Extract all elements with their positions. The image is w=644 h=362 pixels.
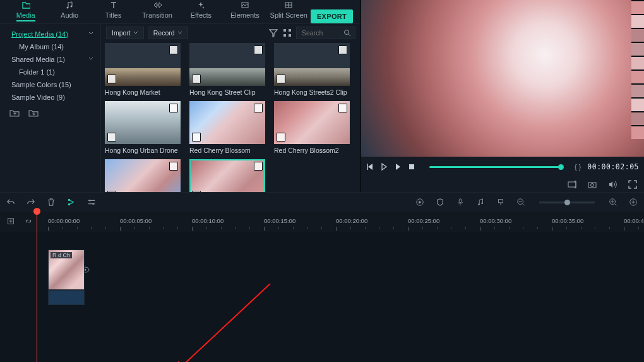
media-card[interactable]: Red Cherry Blossom3 [105, 159, 181, 192]
expand-icon[interactable] [254, 162, 263, 171]
media-card[interactable]: Hong Kong Market [105, 43, 181, 96]
play-outline-button[interactable] [380, 163, 388, 171]
timeline-tracks: ⊞ 1 R d Ch [0, 232, 644, 362]
ruler-tick: 00:00:15:00 [264, 217, 295, 224]
play-button[interactable] [394, 163, 402, 171]
zoom-fit-button[interactable] [629, 198, 638, 207]
media-thumbnail[interactable] [274, 101, 350, 144]
mic-icon[interactable] [456, 198, 465, 207]
import-folder-icon[interactable] [28, 109, 39, 118]
svg-point-14 [68, 199, 71, 202]
search-field[interactable] [301, 28, 343, 37]
media-thumbnail[interactable] [105, 101, 181, 144]
preview-viewport[interactable] [361, 0, 644, 157]
tab-elements[interactable]: Elements [223, 1, 266, 23]
split-screen-icon [284, 1, 293, 9]
ruler-tick: 00:00:00:00 [48, 217, 80, 224]
expand-icon[interactable] [169, 162, 178, 171]
zoom-out-button[interactable] [516, 198, 525, 207]
seek-bar[interactable] [429, 166, 561, 168]
media-card[interactable]: Hong Kong Urban Drone [105, 101, 181, 154]
tab-media[interactable]: Media [4, 1, 47, 23]
add-to-timeline-icon[interactable] [277, 133, 285, 142]
chevron-down-icon [88, 30, 94, 37]
filter-icon[interactable] [268, 28, 278, 38]
expand-icon[interactable] [338, 104, 347, 112]
media-card[interactable]: Hong Kong Streets2 Clip [274, 43, 350, 96]
preview-pane: { } 00:00:02:05 [361, 0, 644, 192]
ruler-tick: 00:00:10:00 [192, 217, 224, 224]
media-thumbnail[interactable] [274, 43, 350, 86]
media-thumbnail[interactable] [189, 159, 265, 192]
media-card[interactable]: Red Cherry Blossom2 [274, 101, 350, 154]
add-to-timeline-icon[interactable] [107, 133, 116, 142]
tab-label: Audio [61, 11, 78, 19]
prev-frame-button[interactable] [366, 163, 374, 171]
render-icon[interactable] [415, 198, 424, 207]
media-thumbnail[interactable] [105, 159, 181, 192]
snapshot-icon[interactable] [587, 179, 597, 190]
media-card[interactable]: Red Cherry Blossom4 [189, 159, 265, 192]
add-to-timeline-icon[interactable] [277, 75, 285, 83]
music-icon[interactable] [476, 198, 485, 207]
link-icon[interactable] [24, 217, 33, 226]
expand-icon[interactable] [254, 104, 263, 112]
media-thumbnail[interactable] [105, 43, 181, 86]
tree-item[interactable]: Shared Media (1) [3, 53, 98, 66]
fullscreen-icon[interactable] [628, 179, 638, 190]
shield-icon[interactable] [436, 198, 444, 207]
ruler-tick: 00:00:25:00 [408, 217, 439, 224]
zoom-slider[interactable] [539, 202, 595, 203]
tab-split-screen[interactable]: Split Screen [267, 1, 311, 23]
marker-icon[interactable] [496, 198, 505, 207]
check-icon [254, 191, 264, 192]
record-dropdown[interactable]: Record [148, 27, 188, 39]
redo-button[interactable] [27, 198, 35, 207]
expand-icon[interactable] [169, 45, 178, 54]
playhead[interactable] [37, 212, 37, 362]
expand-icon[interactable] [338, 45, 347, 54]
zoom-in-button[interactable] [609, 198, 617, 207]
expand-icon[interactable] [254, 45, 263, 54]
svg-point-8 [345, 30, 349, 35]
grid-view-icon[interactable] [282, 28, 292, 38]
adjust-icon[interactable] [87, 198, 96, 207]
delete-button[interactable] [47, 198, 56, 207]
tree-item[interactable]: Sample Video (9) [3, 91, 98, 104]
add-to-timeline-icon[interactable] [192, 75, 201, 83]
stop-button[interactable] [408, 163, 415, 171]
export-button[interactable]: EXPORT [311, 9, 353, 23]
tab-titles[interactable]: Titles [92, 1, 135, 23]
timeline-audio-clip[interactable] [48, 290, 85, 305]
add-to-timeline-icon[interactable] [192, 133, 201, 142]
tree-item[interactable]: Folder 1 (1) [3, 66, 98, 78]
volume-icon[interactable] [607, 179, 617, 190]
add-to-timeline-icon[interactable] [192, 191, 201, 192]
media-thumbnail[interactable] [189, 43, 265, 86]
ruler-tick: 00:00:30:00 [480, 217, 511, 224]
media-grid: Hong Kong MarketHong Kong Street ClipHon… [101, 42, 361, 192]
media-card[interactable]: Red Cherry Blossom [189, 101, 265, 154]
search-input[interactable] [296, 27, 355, 39]
tree-item[interactable]: Project Media (14) [3, 28, 98, 40]
tab-transition[interactable]: Transition [135, 1, 179, 23]
split-button[interactable] [67, 198, 76, 207]
tab-effects[interactable]: Effects [179, 1, 223, 23]
titles-icon [109, 1, 118, 9]
add-to-timeline-icon[interactable] [107, 191, 116, 192]
add-to-timeline-icon[interactable] [107, 75, 116, 83]
media-thumbnail[interactable] [189, 101, 265, 144]
import-dropdown[interactable]: Import [106, 27, 144, 39]
quality-icon[interactable] [567, 179, 577, 190]
expand-icon[interactable] [169, 104, 178, 112]
tree-item[interactable]: My Album (14) [3, 40, 98, 53]
elements-icon [241, 1, 249, 9]
new-folder-icon[interactable] [9, 109, 20, 118]
media-card[interactable]: Hong Kong Street Clip [189, 43, 265, 96]
tree-item[interactable]: Sample Colors (15) [3, 78, 98, 91]
preview-tools [361, 177, 644, 192]
add-track-button[interactable] [6, 217, 15, 226]
timeline-clip[interactable]: R d Ch [48, 250, 85, 290]
tab-audio[interactable]: Audio [47, 1, 91, 23]
undo-button[interactable] [6, 198, 15, 207]
